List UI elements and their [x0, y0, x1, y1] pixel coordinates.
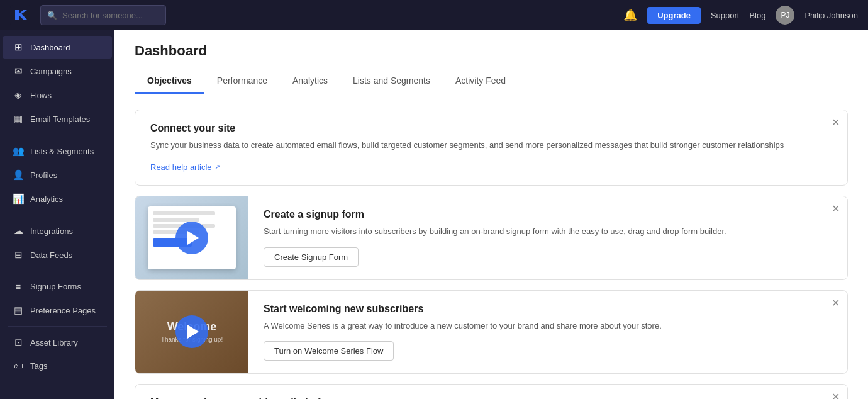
sidebar-item-campaigns[interactable]: ✉ Campaigns: [3, 60, 112, 82]
sidebar-item-flows[interactable]: ◈ Flows: [3, 84, 112, 106]
welcome-play-button[interactable]: [175, 315, 208, 348]
asset-library-icon: ⊡: [13, 337, 24, 348]
read-help-label: Read help article: [150, 162, 212, 172]
integrations-icon: ☁: [13, 225, 24, 237]
data-feeds-icon: ⊟: [13, 249, 24, 261]
sidebar-divider-3: [8, 271, 107, 271]
move-over-card: ✕ Move over from your old email platform: [135, 384, 848, 399]
support-link[interactable]: Support: [711, 11, 740, 20]
blog-link[interactable]: Blog: [749, 11, 765, 20]
dashboard-icon: ⊞: [13, 42, 24, 53]
connect-card-title: Connect your site: [150, 123, 832, 134]
sidebar-divider-4: [8, 326, 107, 327]
sidebar-item-asset-library[interactable]: ⊡ Asset Library: [3, 331, 112, 354]
lists-icon: 👥: [13, 145, 24, 157]
sidebar-item-label: Dashboard: [30, 43, 70, 52]
move-over-close-button[interactable]: ✕: [832, 392, 840, 399]
profiles-icon: 👤: [13, 169, 24, 181]
sidebar-divider-2: [8, 215, 107, 215]
search-input[interactable]: [62, 11, 159, 20]
sidebar-item-data-feeds[interactable]: ⊟ Data Feeds: [3, 244, 112, 266]
flows-icon: ◈: [13, 89, 24, 101]
tab-analytics[interactable]: Analytics: [280, 69, 340, 94]
sidebar-divider-1: [8, 135, 107, 135]
page-title: Dashboard: [135, 43, 848, 59]
main-layout: ⊞ Dashboard ✉ Campaigns ◈ Flows ▦ Email …: [0, 30, 868, 399]
welcome-close-button[interactable]: ✕: [832, 298, 840, 308]
welcome-card-body: ✕ Start welcoming new subscribers A Welc…: [248, 291, 847, 374]
sidebar-item-email-templates[interactable]: ▦ Email Templates: [3, 108, 112, 130]
welcome-thumbnail: Welcome Thanks for signing up!: [135, 291, 248, 374]
sidebar-item-label: Campaigns: [30, 67, 72, 76]
sidebar-item-label: Signup Forms: [30, 282, 81, 291]
tab-bar: Objectives Performance Analytics Lists a…: [135, 69, 848, 94]
signup-forms-icon: ≡: [13, 281, 24, 292]
sidebar: ⊞ Dashboard ✉ Campaigns ◈ Flows ▦ Email …: [0, 30, 114, 399]
sidebar-item-analytics[interactable]: 📊 Analytics: [3, 188, 112, 210]
sidebar-item-lists-segments[interactable]: 👥 Lists & Segments: [3, 140, 112, 162]
notifications-icon[interactable]: 🔔: [623, 8, 637, 22]
page-header: Dashboard Objectives Performance Analyti…: [114, 30, 868, 94]
klaviyo-logo: [10, 5, 30, 25]
search-icon: 🔍: [47, 11, 57, 20]
email-templates-icon: ▦: [13, 113, 24, 125]
sidebar-item-label: Integrations: [30, 227, 73, 236]
sidebar-item-label: Lists & Segments: [30, 147, 94, 156]
welcome-card: Welcome Thanks for signing up! ✕ Start w…: [135, 290, 848, 374]
sidebar-item-label: Profiles: [30, 171, 57, 180]
play-icon: [187, 231, 199, 245]
signup-card-description: Start turning more visitors into subscri…: [264, 225, 832, 239]
signup-form-thumbnail: [135, 196, 248, 279]
connect-card-description: Sync your business data to create automa…: [150, 139, 832, 152]
sidebar-item-profiles[interactable]: 👤 Profiles: [3, 164, 112, 186]
logo[interactable]: [10, 5, 30, 25]
sidebar-item-label: Flows: [30, 91, 52, 100]
sidebar-item-label: Email Templates: [30, 115, 90, 124]
mockup-line-1: [153, 211, 215, 215]
top-navigation: 🔍 🔔 Upgrade Support Blog PJ Philip Johns…: [0, 0, 868, 30]
tags-icon: 🏷: [13, 361, 24, 371]
signup-close-button[interactable]: ✕: [832, 204, 840, 214]
welcome-card-description: A Welcome Series is a great way to intro…: [264, 320, 832, 333]
sidebar-item-signup-forms[interactable]: ≡ Signup Forms: [3, 276, 112, 298]
connect-close-button[interactable]: ✕: [832, 118, 840, 128]
sidebar-item-label: Asset Library: [30, 338, 78, 347]
connect-site-card: ✕ Connect your site Sync your business d…: [135, 110, 848, 186]
external-link-icon: ↗: [214, 163, 220, 171]
create-signup-form-button[interactable]: Create Signup Form: [264, 247, 359, 267]
signup-form-card: ✕ Create a signup form Start turning mor…: [135, 196, 848, 280]
sidebar-item-label: Preference Pages: [30, 306, 96, 315]
sidebar-item-tags[interactable]: 🏷 Tags: [3, 355, 112, 377]
user-name: Philip Johnson: [804, 11, 858, 20]
sidebar-item-dashboard[interactable]: ⊞ Dashboard: [3, 36, 112, 59]
sidebar-item-label: Analytics: [30, 194, 63, 204]
search-bar[interactable]: 🔍: [40, 5, 166, 25]
sidebar-item-integrations[interactable]: ☁ Integrations: [3, 220, 112, 242]
campaigns-icon: ✉: [13, 65, 24, 77]
tab-lists-segments[interactable]: Lists and Segments: [340, 69, 443, 94]
turn-on-welcome-flow-button[interactable]: Turn on Welcome Series Flow: [264, 341, 394, 361]
tab-activity-feed[interactable]: Activity Feed: [443, 69, 518, 94]
tab-performance[interactable]: Performance: [204, 69, 280, 94]
signup-play-button[interactable]: [175, 222, 208, 254]
tab-objectives[interactable]: Objectives: [135, 69, 204, 94]
avatar[interactable]: PJ: [776, 6, 794, 25]
read-help-link[interactable]: Read help article ↗: [150, 162, 220, 172]
preference-pages-icon: ▤: [13, 305, 24, 316]
content-area: Dashboard Objectives Performance Analyti…: [114, 30, 868, 399]
play-icon: [187, 325, 199, 339]
sidebar-item-label: Tags: [30, 361, 47, 371]
welcome-card-title: Start welcoming new subscribers: [264, 303, 832, 315]
sidebar-item-label: Data Feeds: [30, 250, 72, 260]
sidebar-item-preference-pages[interactable]: ▤ Preference Pages: [3, 299, 112, 322]
analytics-icon: 📊: [13, 193, 24, 205]
signup-card-title: Create a signup form: [264, 209, 832, 220]
page-content: ✕ Connect your site Sync your business d…: [114, 94, 868, 399]
signup-form-card-body: ✕ Create a signup form Start turning mor…: [248, 196, 847, 279]
upgrade-button[interactable]: Upgrade: [647, 7, 701, 24]
nav-actions: 🔔 Upgrade Support Blog PJ Philip Johnson: [623, 6, 858, 25]
